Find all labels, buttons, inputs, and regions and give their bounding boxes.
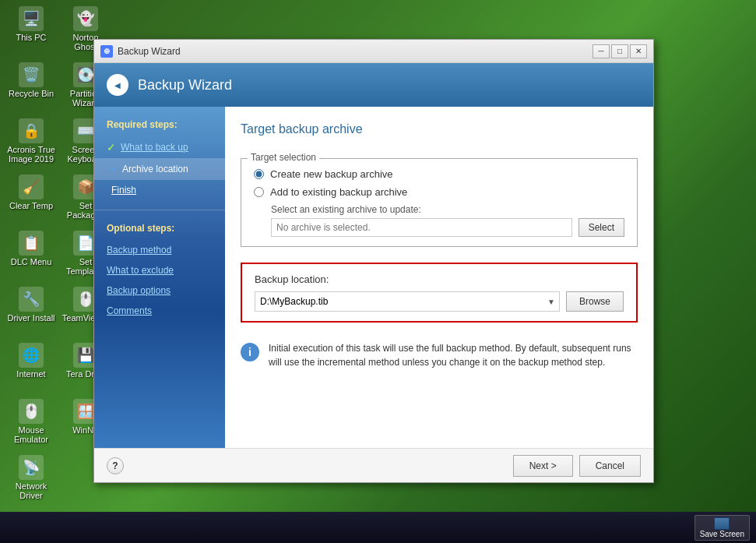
recycle-bin-icon: 🗑️ [19, 62, 44, 87]
network-driver-icon: 📡 [19, 455, 44, 480]
main-content: Target backup archive Target selection C… [225, 107, 653, 448]
footer-right: Next > Cancel [513, 455, 641, 477]
this-pc-label: This PC [16, 33, 46, 42]
create-new-option[interactable]: Create new backup archive [254, 168, 624, 180]
mouse-emulator-label: Mouse Emulator [6, 425, 56, 444]
desktop: 🖥️ This PC 👻 Norton Ghost 🗑️ Recycle Bin… [0, 0, 756, 543]
desktop-icon-mouse-emulator[interactable]: 🖱️ Mouse Emulator [6, 399, 56, 455]
mouse-emulator-icon: 🖱️ [19, 399, 44, 424]
backup-location-box: Backup location: D:\MyBackup.tib Browse [241, 263, 638, 323]
target-selection-group: Target selection Create new backup archi… [241, 158, 638, 247]
close-button[interactable]: ✕ [630, 44, 647, 58]
section-title: Target backup archive [241, 122, 638, 136]
network-driver-label: Network Driver [6, 481, 56, 500]
optional-steps-title: Optional steps: [94, 220, 225, 240]
backup-options-label: Backup options [107, 285, 171, 296]
what-to-exclude-label: What to exclude [107, 265, 174, 276]
dialog-header: Backup Wizard [94, 63, 653, 107]
backup-method-label: Backup method [107, 245, 171, 256]
add-existing-radio[interactable] [254, 187, 264, 197]
maximize-button[interactable]: □ [611, 44, 628, 58]
recycle-bin-label: Recycle Bin [9, 89, 54, 98]
what-to-back-up-label: What to back up [121, 142, 188, 153]
acronis-icon: 🔒 [19, 118, 44, 143]
backup-location-row: D:\MyBackup.tib Browse [255, 291, 624, 312]
internet-icon: 🌐 [19, 343, 44, 368]
desktop-icon-recycle-bin[interactable]: 🗑️ Recycle Bin [6, 62, 56, 118]
acronis-label: Acronis True Image 2019 [6, 145, 56, 164]
save-screen-button[interactable]: Save Screen [694, 515, 750, 541]
dialog-content: Required steps: ✓ What to back up → Arch… [94, 107, 653, 448]
sidebar-item-backup-method[interactable]: Backup method [94, 240, 225, 260]
driver-install-label: Driver Install [7, 313, 55, 323]
desktop-icon-this-pc[interactable]: 🖥️ This PC [6, 6, 56, 62]
arrow-icon: → [107, 163, 118, 175]
backup-wizard-dialog: ⊕ Backup Wizard ─ □ ✕ Backup Wizard Requ… [93, 39, 654, 483]
desktop-icon-dlc-menu[interactable]: 📋 DLC Menu [6, 231, 56, 287]
dialog-icon: ⊕ [100, 45, 113, 58]
clear-temp-icon: 🧹 [19, 175, 44, 199]
info-icon: i [241, 343, 259, 361]
archive-location-label: Archive location [122, 164, 188, 175]
comments-label: Comments [107, 305, 152, 316]
sidebar-item-comments[interactable]: Comments [94, 301, 225, 321]
browse-button[interactable]: Browse [566, 291, 624, 312]
desktop-icon-clear-temp[interactable]: 🧹 Clear Temp [6, 175, 56, 231]
backup-path-wrapper: D:\MyBackup.tib [255, 291, 560, 312]
back-button[interactable] [107, 74, 128, 96]
dlc-menu-icon: 📋 [19, 231, 44, 256]
select-archive-button[interactable]: Select [578, 218, 624, 237]
cancel-button[interactable]: Cancel [579, 455, 641, 477]
taskbar: Save Screen [0, 512, 756, 543]
sidebar: Required steps: ✓ What to back up → Arch… [94, 107, 225, 448]
sidebar-item-backup-options[interactable]: Backup options [94, 280, 225, 301]
finish-label: Finish [111, 185, 136, 196]
desktop-icon-acronis[interactable]: 🔒 Acronis True Image 2019 [6, 118, 56, 175]
target-selection-title: Target selection [248, 152, 319, 163]
help-button[interactable]: ? [107, 457, 124, 474]
archive-path-input[interactable] [271, 218, 572, 237]
this-pc-icon: 🖥️ [19, 6, 44, 31]
norton-ghost-icon: 👻 [73, 6, 98, 31]
dialog-footer: ? Next > Cancel [94, 448, 653, 482]
save-screen-label: Save Screen [700, 530, 744, 538]
create-new-label: Create new backup archive [270, 168, 393, 180]
sidebar-item-archive-location[interactable]: → Archive location [94, 158, 225, 180]
desktop-icon-driver-install[interactable]: 🔧 Driver Install [6, 287, 56, 343]
title-bar-buttons: ─ □ ✕ [592, 44, 647, 58]
dlc-menu-label: DLC Menu [11, 257, 52, 266]
required-steps-title: Required steps: [94, 116, 225, 136]
desktop-icon-network-driver[interactable]: 📡 Network Driver [6, 455, 56, 511]
dialog-title: Backup Wizard [118, 46, 592, 57]
desktop-icon-internet[interactable]: 🌐 Internet [6, 343, 56, 399]
check-icon: ✓ [107, 141, 116, 153]
clear-temp-label: Clear Temp [9, 201, 53, 210]
select-existing-label: Select an existing archive to update: [271, 204, 624, 215]
create-new-radio[interactable] [254, 169, 264, 179]
info-text: Initial execution of this task will use … [269, 341, 638, 369]
backup-location-label: Backup location: [255, 273, 624, 285]
add-existing-label: Add to existing backup archive [270, 186, 407, 198]
wizard-title: Backup Wizard [138, 77, 232, 93]
footer-left: ? [107, 457, 124, 474]
info-box: i Initial execution of this task will us… [241, 335, 638, 376]
sidebar-item-what-to-exclude[interactable]: What to exclude [94, 260, 225, 280]
next-button[interactable]: Next > [513, 455, 573, 477]
backup-path-select[interactable]: D:\MyBackup.tib [255, 291, 560, 312]
sidebar-divider [94, 210, 225, 210]
driver-install-icon: 🔧 [19, 287, 44, 312]
sidebar-item-what-to-back-up[interactable]: ✓ What to back up [94, 136, 225, 158]
title-bar: ⊕ Backup Wizard ─ □ ✕ [94, 40, 653, 63]
save-screen-icon [714, 517, 730, 530]
internet-label: Internet [16, 369, 45, 379]
select-archive-row: Select [271, 218, 624, 237]
add-to-existing-option[interactable]: Add to existing backup archive [254, 186, 624, 198]
sidebar-item-finish[interactable]: Finish [94, 180, 225, 200]
minimize-button[interactable]: ─ [592, 44, 610, 58]
